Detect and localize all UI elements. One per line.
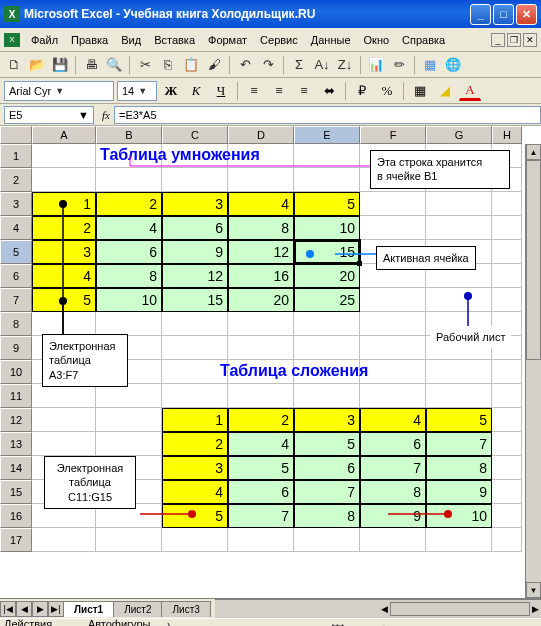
cell-B7[interactable]: 10 [96, 288, 162, 312]
tab-last-button[interactable]: ▶| [48, 601, 64, 617]
row-header-8[interactable]: 8 [0, 312, 32, 336]
clipart-icon[interactable]: 🖼 [328, 620, 348, 626]
cell-F14[interactable]: 7 [360, 456, 426, 480]
doc-restore-button[interactable]: ❐ [507, 33, 521, 47]
table-icon[interactable]: ▦ [420, 55, 440, 75]
fill-color-icon[interactable]: ◢ [434, 81, 456, 101]
cell-D13[interactable]: 4 [228, 432, 294, 456]
sort-asc-icon[interactable]: A↓ [312, 55, 332, 75]
cell-D6[interactable]: 16 [228, 264, 294, 288]
cell-C5[interactable]: 9 [162, 240, 228, 264]
col-header-H[interactable]: H [492, 126, 522, 144]
cell-G3[interactable] [426, 192, 492, 216]
open-icon[interactable]: 📂 [27, 55, 47, 75]
fx-label[interactable]: fx [102, 109, 110, 121]
align-left-icon[interactable]: ≡ [243, 81, 265, 101]
row-header-17[interactable]: 17 [0, 528, 32, 552]
cell-F17[interactable] [360, 528, 426, 552]
row-header-15[interactable]: 15 [0, 480, 32, 504]
cell-B17[interactable] [96, 528, 162, 552]
cell-G10[interactable] [426, 360, 492, 384]
cell-H13[interactable] [492, 432, 522, 456]
menu-file[interactable]: Файл [25, 32, 64, 48]
cell-E13[interactable]: 5 [294, 432, 360, 456]
col-header-D[interactable]: D [228, 126, 294, 144]
cell-H7[interactable] [492, 288, 522, 312]
tab-sheet1[interactable]: Лист1 [63, 601, 114, 617]
cell-F16[interactable]: 9 [360, 504, 426, 528]
chart-icon[interactable]: 📊 [366, 55, 386, 75]
col-header-A[interactable]: A [32, 126, 96, 144]
cell-A17[interactable] [32, 528, 96, 552]
percent-icon[interactable]: % [376, 81, 398, 101]
cell-E5[interactable]: 15 [294, 240, 360, 264]
cell-H11[interactable] [492, 384, 522, 408]
oval-icon[interactable]: ○ [233, 620, 253, 626]
line-color-icon[interactable]: ✎ [375, 620, 395, 626]
cell-E17[interactable] [294, 528, 360, 552]
cell-G15[interactable]: 9 [426, 480, 492, 504]
cell-H5[interactable] [492, 240, 522, 264]
menu-data[interactable]: Данные [305, 32, 357, 48]
col-header-B[interactable]: B [96, 126, 162, 144]
cell-D5[interactable]: 12 [228, 240, 294, 264]
drawing-icon[interactable]: ✏ [389, 55, 409, 75]
row-header-9[interactable]: 9 [0, 336, 32, 360]
cell-D9[interactable] [228, 336, 294, 360]
col-header-F[interactable]: F [360, 126, 426, 144]
cell-H6[interactable] [492, 264, 522, 288]
cell-H4[interactable] [492, 216, 522, 240]
cell-E3[interactable]: 5 [294, 192, 360, 216]
maximize-button[interactable]: □ [493, 4, 514, 25]
cell-F10[interactable] [360, 360, 426, 384]
undo-icon[interactable]: ↶ [235, 55, 255, 75]
cell-F13[interactable]: 6 [360, 432, 426, 456]
row-header-5[interactable]: 5 [0, 240, 32, 264]
cell-G7[interactable] [426, 288, 492, 312]
cell-C10[interactable] [162, 360, 228, 384]
close-button[interactable]: ✕ [516, 4, 537, 25]
vertical-scrollbar[interactable]: ▲ ▼ [525, 144, 541, 598]
cell-C4[interactable]: 6 [162, 216, 228, 240]
cell-B4[interactable]: 4 [96, 216, 162, 240]
arrow-style-icon[interactable]: ⇄ [470, 620, 490, 626]
diagram-icon[interactable]: ◈ [304, 620, 324, 626]
cell-D7[interactable]: 20 [228, 288, 294, 312]
cell-D15[interactable]: 6 [228, 480, 294, 504]
cell-H10[interactable] [492, 360, 522, 384]
row-header-4[interactable]: 4 [0, 216, 32, 240]
new-icon[interactable]: 🗋 [4, 55, 24, 75]
row-header-14[interactable]: 14 [0, 456, 32, 480]
preview-icon[interactable]: 🔍 [104, 55, 124, 75]
cell-E8[interactable] [294, 312, 360, 336]
cell-C9[interactable] [162, 336, 228, 360]
redo-icon[interactable]: ↷ [258, 55, 278, 75]
col-header-C[interactable]: C [162, 126, 228, 144]
cell-G13[interactable]: 7 [426, 432, 492, 456]
formula-input[interactable]: =E3*A5 [114, 106, 541, 124]
cell-F9[interactable] [360, 336, 426, 360]
minimize-button[interactable]: _ [470, 4, 491, 25]
cell-F15[interactable]: 8 [360, 480, 426, 504]
workbook-icon[interactable]: X [4, 33, 20, 47]
cell-B2[interactable] [96, 168, 162, 192]
cell-D17[interactable] [228, 528, 294, 552]
bold-button[interactable]: Ж [160, 81, 182, 101]
row-header-12[interactable]: 12 [0, 408, 32, 432]
paste-icon[interactable]: 📋 [181, 55, 201, 75]
cell-C16[interactable]: 5 [162, 504, 228, 528]
cell-D16[interactable]: 7 [228, 504, 294, 528]
tab-next-button[interactable]: ▶ [32, 601, 48, 617]
cell-F8[interactable] [360, 312, 426, 336]
cell-H3[interactable] [492, 192, 522, 216]
menu-insert[interactable]: Вставка [148, 32, 201, 48]
cell-C7[interactable]: 15 [162, 288, 228, 312]
cell-D3[interactable]: 4 [228, 192, 294, 216]
line-style-icon[interactable]: ≡ [423, 620, 443, 626]
row-header-6[interactable]: 6 [0, 264, 32, 288]
scroll-down-button[interactable]: ▼ [526, 582, 541, 598]
cell-A3[interactable]: 1 [32, 192, 96, 216]
cell-C11[interactable] [162, 384, 228, 408]
menu-help[interactable]: Справка [396, 32, 451, 48]
cell-E9[interactable] [294, 336, 360, 360]
